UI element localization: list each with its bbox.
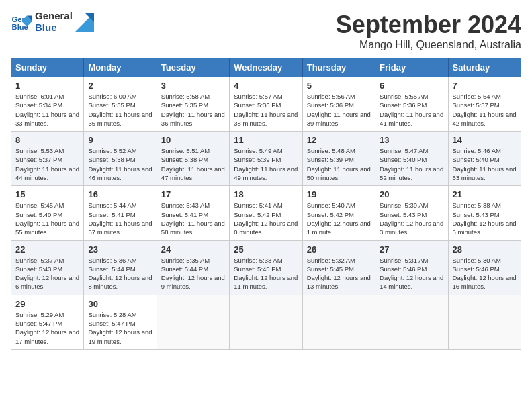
day-info: Sunrise: 6:01 AM Sunset: 5:34 PM Dayligh…: [15, 92, 79, 128]
title-block: September 2024 Mango Hill, Queensland, A…: [336, 11, 521, 51]
calendar-day-cell: 28 Sunrise: 5:30 AM Sunset: 5:46 PM Dayl…: [448, 240, 521, 295]
day-number: 11: [234, 135, 298, 145]
calendar-day-cell: 13 Sunrise: 5:47 AM Sunset: 5:40 PM Dayl…: [375, 132, 448, 186]
day-info: Sunrise: 5:57 AM Sunset: 5:36 PM Dayligh…: [234, 92, 298, 128]
calendar-day-cell: 3 Sunrise: 5:58 AM Sunset: 5:35 PM Dayli…: [157, 77, 229, 132]
day-number: 19: [307, 189, 371, 199]
location: Mango Hill, Queensland, Australia: [336, 39, 521, 51]
weekday-header: Tuesday: [157, 58, 229, 77]
calendar-day-cell: 1 Sunrise: 6:01 AM Sunset: 5:34 PM Dayli…: [11, 77, 84, 132]
day-info: Sunrise: 5:45 AM Sunset: 5:40 PM Dayligh…: [15, 201, 79, 236]
day-info: Sunrise: 5:28 AM Sunset: 5:47 PM Dayligh…: [88, 310, 152, 346]
day-number: 9: [88, 135, 152, 145]
calendar-day-cell: 9 Sunrise: 5:52 AM Sunset: 5:38 PM Dayli…: [84, 132, 157, 186]
day-info: Sunrise: 5:56 AM Sunset: 5:36 PM Dayligh…: [307, 92, 371, 128]
calendar-day-cell: 23 Sunrise: 5:36 AM Sunset: 5:44 PM Dayl…: [84, 240, 157, 295]
day-number: 2: [88, 81, 152, 91]
calendar-day-cell: [375, 295, 448, 349]
calendar-day-cell: 29 Sunrise: 5:29 AM Sunset: 5:47 PM Dayl…: [11, 295, 84, 349]
logo-icon: General Blue: [11, 11, 32, 33]
day-info: Sunrise: 5:48 AM Sunset: 5:39 PM Dayligh…: [307, 146, 371, 182]
calendar-week-row: 1 Sunrise: 6:01 AM Sunset: 5:34 PM Dayli…: [11, 77, 521, 132]
calendar-day-cell: 25 Sunrise: 5:33 AM Sunset: 5:45 PM Dayl…: [230, 240, 302, 295]
calendar-day-cell: 30 Sunrise: 5:28 AM Sunset: 5:47 PM Dayl…: [84, 295, 157, 349]
calendar-day-cell: 21 Sunrise: 5:38 AM Sunset: 5:43 PM Dayl…: [448, 186, 521, 240]
calendar-day-cell: [230, 295, 302, 349]
calendar-day-cell: [157, 295, 229, 349]
calendar-day-cell: [302, 295, 375, 349]
day-info: Sunrise: 5:53 AM Sunset: 5:37 PM Dayligh…: [15, 146, 79, 182]
calendar-day-cell: 16 Sunrise: 5:44 AM Sunset: 5:41 PM Dayl…: [84, 186, 157, 240]
day-number: 29: [15, 299, 79, 309]
day-info: Sunrise: 5:46 AM Sunset: 5:40 PM Dayligh…: [453, 146, 517, 182]
day-info: Sunrise: 5:40 AM Sunset: 5:42 PM Dayligh…: [307, 201, 371, 236]
logo-text-blue: Blue: [35, 22, 73, 34]
weekday-header: Saturday: [448, 58, 521, 77]
day-number: 24: [161, 244, 225, 255]
calendar-week-row: 15 Sunrise: 5:45 AM Sunset: 5:40 PM Dayl…: [11, 186, 521, 240]
day-info: Sunrise: 5:55 AM Sunset: 5:36 PM Dayligh…: [380, 92, 443, 128]
day-info: Sunrise: 5:30 AM Sunset: 5:46 PM Dayligh…: [453, 256, 517, 291]
calendar-day-cell: 4 Sunrise: 5:57 AM Sunset: 5:36 PM Dayli…: [230, 77, 302, 132]
day-info: Sunrise: 5:39 AM Sunset: 5:43 PM Dayligh…: [380, 201, 443, 236]
day-number: 8: [15, 135, 79, 145]
weekday-header: Wednesday: [230, 58, 302, 77]
weekday-header: Monday: [84, 58, 157, 77]
weekday-header: Sunday: [11, 58, 84, 77]
day-info: Sunrise: 5:41 AM Sunset: 5:42 PM Dayligh…: [234, 201, 298, 236]
calendar-day-cell: 7 Sunrise: 5:54 AM Sunset: 5:37 PM Dayli…: [448, 77, 521, 132]
calendar-week-row: 8 Sunrise: 5:53 AM Sunset: 5:37 PM Dayli…: [11, 132, 521, 186]
day-number: 10: [161, 135, 225, 145]
day-info: Sunrise: 5:31 AM Sunset: 5:46 PM Dayligh…: [380, 256, 443, 291]
weekday-header: Thursday: [302, 58, 375, 77]
day-info: Sunrise: 5:51 AM Sunset: 5:38 PM Dayligh…: [161, 146, 225, 182]
calendar-day-cell: 2 Sunrise: 6:00 AM Sunset: 5:35 PM Dayli…: [84, 77, 157, 132]
calendar-day-cell: 27 Sunrise: 5:31 AM Sunset: 5:46 PM Dayl…: [375, 240, 448, 295]
day-number: 7: [453, 81, 517, 91]
calendar-day-cell: 24 Sunrise: 5:35 AM Sunset: 5:44 PM Dayl…: [157, 240, 229, 295]
calendar-day-cell: 5 Sunrise: 5:56 AM Sunset: 5:36 PM Dayli…: [302, 77, 375, 132]
calendar-day-cell: 22 Sunrise: 5:37 AM Sunset: 5:43 PM Dayl…: [11, 240, 84, 295]
day-info: Sunrise: 5:49 AM Sunset: 5:39 PM Dayligh…: [234, 146, 298, 182]
day-number: 30: [88, 299, 152, 309]
calendar-day-cell: [448, 295, 521, 349]
weekday-header: Friday: [375, 58, 448, 77]
calendar-day-cell: 11 Sunrise: 5:49 AM Sunset: 5:39 PM Dayl…: [230, 132, 302, 186]
calendar-day-cell: 12 Sunrise: 5:48 AM Sunset: 5:39 PM Dayl…: [302, 132, 375, 186]
day-number: 27: [380, 244, 443, 255]
day-info: Sunrise: 5:37 AM Sunset: 5:43 PM Dayligh…: [15, 256, 79, 291]
calendar-day-cell: 26 Sunrise: 5:32 AM Sunset: 5:45 PM Dayl…: [302, 240, 375, 295]
day-number: 4: [234, 81, 298, 91]
day-info: Sunrise: 5:47 AM Sunset: 5:40 PM Dayligh…: [380, 146, 443, 182]
day-number: 16: [88, 189, 152, 199]
day-info: Sunrise: 5:54 AM Sunset: 5:37 PM Dayligh…: [453, 92, 517, 128]
day-number: 25: [234, 244, 298, 255]
day-info: Sunrise: 5:43 AM Sunset: 5:41 PM Dayligh…: [161, 201, 225, 236]
day-number: 21: [453, 189, 517, 199]
day-info: Sunrise: 5:52 AM Sunset: 5:38 PM Dayligh…: [88, 146, 152, 182]
page-header: General Blue General Blue September 2024…: [11, 11, 521, 51]
calendar-day-cell: 10 Sunrise: 5:51 AM Sunset: 5:38 PM Dayl…: [157, 132, 229, 186]
day-info: Sunrise: 5:44 AM Sunset: 5:41 PM Dayligh…: [88, 201, 152, 236]
day-number: 12: [307, 135, 371, 145]
day-number: 3: [161, 81, 225, 91]
calendar-day-cell: 15 Sunrise: 5:45 AM Sunset: 5:40 PM Dayl…: [11, 186, 84, 240]
month-title: September 2024: [336, 11, 521, 39]
logo: General Blue General Blue: [11, 11, 94, 33]
day-number: 5: [307, 81, 371, 91]
day-info: Sunrise: 5:32 AM Sunset: 5:45 PM Dayligh…: [307, 256, 371, 291]
day-number: 26: [307, 244, 371, 255]
day-number: 13: [380, 135, 443, 145]
day-info: Sunrise: 6:00 AM Sunset: 5:35 PM Dayligh…: [88, 92, 152, 128]
day-info: Sunrise: 5:38 AM Sunset: 5:43 PM Dayligh…: [453, 201, 517, 236]
calendar-week-row: 22 Sunrise: 5:37 AM Sunset: 5:43 PM Dayl…: [11, 240, 521, 295]
logo-text-general: General: [35, 11, 73, 22]
calendar-day-cell: 6 Sunrise: 5:55 AM Sunset: 5:36 PM Dayli…: [375, 77, 448, 132]
calendar-week-row: 29 Sunrise: 5:29 AM Sunset: 5:47 PM Dayl…: [11, 295, 521, 349]
calendar-table: SundayMondayTuesdayWednesdayThursdayFrid…: [11, 58, 521, 350]
calendar-day-cell: 17 Sunrise: 5:43 AM Sunset: 5:41 PM Dayl…: [157, 186, 229, 240]
calendar-day-cell: 18 Sunrise: 5:41 AM Sunset: 5:42 PM Dayl…: [230, 186, 302, 240]
day-info: Sunrise: 5:58 AM Sunset: 5:35 PM Dayligh…: [161, 92, 225, 128]
logo-triangle-icon: [75, 13, 94, 32]
day-info: Sunrise: 5:35 AM Sunset: 5:44 PM Dayligh…: [161, 256, 225, 291]
